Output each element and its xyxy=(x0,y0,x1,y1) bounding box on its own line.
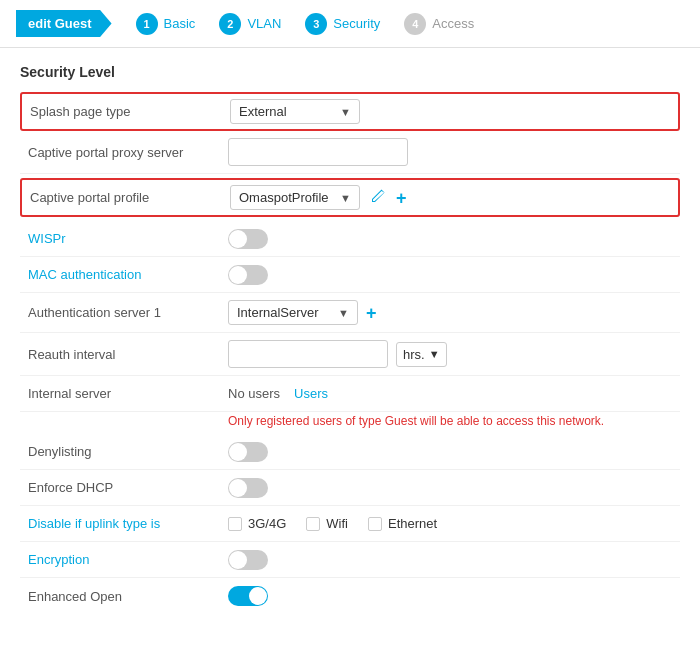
captive-portal-profile-value: OmaspotProfile xyxy=(239,190,329,205)
internal-server-control: No users Users xyxy=(228,386,672,401)
encryption-control xyxy=(228,550,672,570)
enhanced-open-toggle[interactable] xyxy=(228,586,268,606)
auth-server1-value: InternalServer xyxy=(237,305,319,320)
denylisting-toggle[interactable] xyxy=(228,442,268,462)
enhanced-open-control xyxy=(228,586,672,606)
splash-page-type-label: Splash page type xyxy=(30,104,230,119)
encryption-row: Encryption xyxy=(20,542,680,578)
captive-portal-profile-dropdown[interactable]: OmaspotProfile ▼ xyxy=(230,185,360,210)
step-3-label: Security xyxy=(333,16,380,31)
step-3-circle: 3 xyxy=(305,13,327,35)
mac-auth-control xyxy=(228,265,672,285)
main-content: Security Level Splash page type External… xyxy=(0,48,700,630)
splash-page-type-value: External xyxy=(239,104,287,119)
mac-auth-toggle-knob xyxy=(229,266,247,284)
encryption-toggle[interactable] xyxy=(228,550,268,570)
enforce-dhcp-toggle-knob xyxy=(229,479,247,497)
top-navigation: edit Guest 1 Basic 2 VLAN 3 Security 4 A… xyxy=(0,0,700,48)
step-1-label: Basic xyxy=(164,16,196,31)
reauth-unit-dropdown[interactable]: hrs. ▼ xyxy=(396,342,447,367)
denylisting-control xyxy=(228,442,672,462)
checkbox-3g4g-box[interactable] xyxy=(228,517,242,531)
internal-server-warning: Only registered users of type Guest will… xyxy=(20,412,680,434)
chevron-down-icon: ▼ xyxy=(340,106,351,118)
enforce-dhcp-control xyxy=(228,478,672,498)
denylisting-toggle-knob xyxy=(229,443,247,461)
disable-uplink-row: Disable if uplink type is 3G/4G Wifi Eth… xyxy=(20,506,680,542)
reauth-interval-label: Reauth interval xyxy=(28,347,228,362)
auth-server1-label: Authentication server 1 xyxy=(28,305,228,320)
reauth-interval-row: Reauth interval hrs. ▼ xyxy=(20,333,680,376)
checkbox-3g4g-label: 3G/4G xyxy=(248,516,286,531)
wispr-toggle[interactable] xyxy=(228,229,268,249)
enhanced-open-toggle-knob xyxy=(249,587,267,605)
add-profile-button[interactable]: + xyxy=(396,189,407,207)
disable-uplink-label: Disable if uplink type is xyxy=(28,516,228,531)
step-vlan[interactable]: 2 VLAN xyxy=(219,13,281,35)
mac-auth-toggle[interactable] xyxy=(228,265,268,285)
step-basic[interactable]: 1 Basic xyxy=(136,13,196,35)
enhanced-open-label: Enhanced Open xyxy=(28,589,228,604)
reauth-interval-input[interactable] xyxy=(228,340,388,368)
step-2-label: VLAN xyxy=(247,16,281,31)
chevron-down-icon-4: ▼ xyxy=(429,348,440,360)
checkbox-wifi-label: Wifi xyxy=(326,516,348,531)
mac-auth-row: MAC authentication xyxy=(20,257,680,293)
denylisting-label: Denylisting xyxy=(28,444,228,459)
splash-page-type-control: External ▼ xyxy=(230,99,670,124)
captive-portal-proxy-label: Captive portal proxy server xyxy=(28,145,228,160)
captive-portal-profile-control: OmaspotProfile ▼ + xyxy=(230,185,670,210)
checkbox-wifi-box[interactable] xyxy=(306,517,320,531)
internal-server-row: Internal server No users Users xyxy=(20,376,680,412)
step-1-circle: 1 xyxy=(136,13,158,35)
wispr-label: WISPr xyxy=(28,231,228,246)
auth-server1-row: Authentication server 1 InternalServer ▼… xyxy=(20,293,680,333)
captive-portal-proxy-row: Captive portal proxy server xyxy=(20,131,680,174)
step-security[interactable]: 3 Security xyxy=(305,13,380,35)
chevron-down-icon-3: ▼ xyxy=(338,307,349,319)
wispr-toggle-knob xyxy=(229,230,247,248)
edit-profile-button[interactable] xyxy=(368,188,388,208)
captive-portal-proxy-control xyxy=(228,138,672,166)
captive-portal-profile-label: Captive portal profile xyxy=(30,190,230,205)
edit-guest-button[interactable]: edit Guest xyxy=(16,10,112,37)
section-title: Security Level xyxy=(20,64,680,80)
checkbox-ethernet: Ethernet xyxy=(368,516,437,531)
checkbox-ethernet-label: Ethernet xyxy=(388,516,437,531)
checkbox-ethernet-box[interactable] xyxy=(368,517,382,531)
step-4-circle: 4 xyxy=(404,13,426,35)
auth-server1-dropdown[interactable]: InternalServer ▼ xyxy=(228,300,358,325)
no-users-text: No users xyxy=(228,386,280,401)
enforce-dhcp-toggle[interactable] xyxy=(228,478,268,498)
enhanced-open-row: Enhanced Open xyxy=(20,578,680,614)
add-auth-server-button[interactable]: + xyxy=(366,304,377,322)
auth-server1-control: InternalServer ▼ + xyxy=(228,300,672,325)
edit-icon xyxy=(370,188,386,204)
users-link[interactable]: Users xyxy=(294,386,328,401)
captive-portal-profile-row: Captive portal profile OmaspotProfile ▼ … xyxy=(20,178,680,217)
denylisting-row: Denylisting xyxy=(20,434,680,470)
disable-uplink-control: 3G/4G Wifi Ethernet xyxy=(228,516,672,531)
mac-auth-label: MAC authentication xyxy=(28,267,228,282)
enforce-dhcp-row: Enforce DHCP xyxy=(20,470,680,506)
wispr-row: WISPr xyxy=(20,221,680,257)
reauth-unit-value: hrs. xyxy=(403,347,425,362)
internal-server-label: Internal server xyxy=(28,386,228,401)
chevron-down-icon-2: ▼ xyxy=(340,192,351,204)
splash-page-type-dropdown[interactable]: External ▼ xyxy=(230,99,360,124)
wispr-control xyxy=(228,229,672,249)
encryption-label: Encryption xyxy=(28,552,228,567)
step-access[interactable]: 4 Access xyxy=(404,13,474,35)
checkbox-3g4g: 3G/4G xyxy=(228,516,286,531)
splash-page-type-row: Splash page type External ▼ xyxy=(20,92,680,131)
checkbox-wifi: Wifi xyxy=(306,516,348,531)
step-2-circle: 2 xyxy=(219,13,241,35)
captive-portal-proxy-input[interactable] xyxy=(228,138,408,166)
enforce-dhcp-label: Enforce DHCP xyxy=(28,480,228,495)
reauth-interval-control: hrs. ▼ xyxy=(228,340,672,368)
encryption-toggle-knob xyxy=(229,551,247,569)
step-4-label: Access xyxy=(432,16,474,31)
